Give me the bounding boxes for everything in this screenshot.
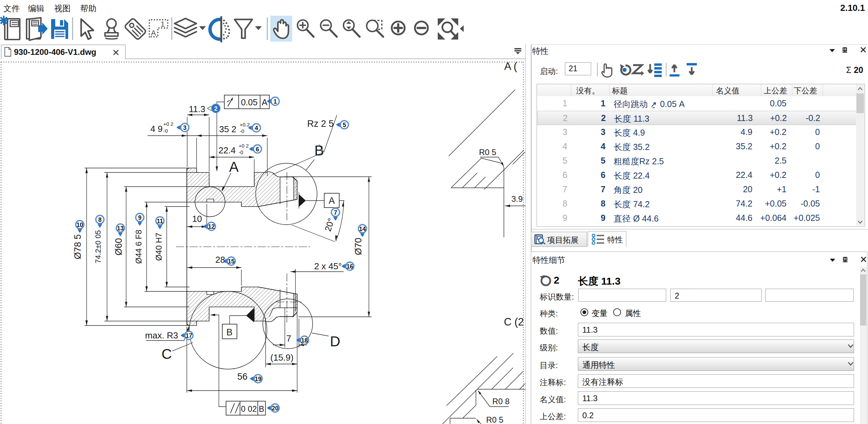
svg-text:14: 14 [359,226,366,232]
svg-text:18: 18 [301,337,308,344]
svg-text:-0: -0 [239,149,243,155]
svg-text:10: 10 [192,214,202,224]
svg-text:B: B [259,404,264,413]
svg-text:Ø78 5: Ø78 5 [73,234,83,259]
svg-text:1: 1 [161,20,165,28]
svg-text:Ø70: Ø70 [353,238,363,255]
svg-text:8: 8 [98,216,102,223]
svg-text:74.2±0 05: 74.2±0 05 [94,230,102,263]
svg-text:C: C [162,346,172,362]
svg-text:+0.2: +0.2 [240,122,250,127]
svg-text:A (: A ( [504,60,518,72]
svg-text:max. R3: max. R3 [145,330,178,340]
svg-text:17: 17 [185,332,192,339]
svg-text:16: 16 [346,263,353,270]
svg-text:20°: 20° [323,217,336,232]
svg-text:2 x 45°: 2 x 45° [314,261,342,271]
svg-text:0 02: 0 02 [241,404,257,413]
svg-text:20: 20 [272,405,279,412]
svg-text:3: 3 [183,124,186,131]
svg-text:7: 7 [334,209,337,216]
svg-text:19: 19 [255,376,261,382]
svg-text:R0 5: R0 5 [486,415,504,424]
svg-text:0.05: 0.05 [241,97,258,107]
svg-text:A: A [262,97,268,107]
svg-text:R0 8: R0 8 [492,397,510,406]
svg-text:B: B [314,142,324,158]
svg-text:9: 9 [138,214,141,221]
svg-text:11.3: 11.3 [189,104,206,114]
svg-text:1: 1 [273,98,277,105]
svg-text:12: 12 [208,223,215,230]
svg-text:-0: -0 [240,128,244,134]
svg-text:Ø40 H7: Ø40 H7 [154,233,163,261]
svg-text:15: 15 [228,258,235,265]
svg-text:11: 11 [157,218,163,225]
svg-text:(15.9): (15.9) [270,352,294,363]
svg-text:A: A [329,196,335,206]
svg-text:C (2: C (2 [504,316,524,328]
svg-text:R0 5: R0 5 [479,148,496,157]
svg-text:7: 7 [286,333,291,344]
svg-text:4 9: 4 9 [150,124,163,134]
svg-text:-0: -0 [163,128,168,134]
svg-text:35 2: 35 2 [219,124,237,134]
svg-text:2: 2 [214,105,218,112]
svg-text:A: A [151,29,156,37]
svg-text:Ø44 6 F8: Ø44 6 F8 [134,230,143,264]
svg-text:4: 4 [255,125,258,132]
svg-text:D: D [330,333,340,349]
svg-text:Ø60: Ø60 [114,238,124,255]
svg-text:56: 56 [237,372,248,382]
svg-text:5: 5 [343,122,346,128]
svg-text:A: A [229,159,239,175]
svg-text:+0 2: +0 2 [163,121,174,127]
svg-text:28: 28 [215,255,225,265]
svg-text:13: 13 [117,225,124,232]
svg-text:Rz 2 5: Rz 2 5 [307,119,334,129]
svg-text:10: 10 [76,222,83,228]
svg-text:6: 6 [256,146,259,153]
svg-text:B: B [226,327,233,337]
svg-text:+0 2: +0 2 [239,143,249,149]
svg-text:3.9: 3.9 [511,194,523,203]
svg-text:22.4: 22.4 [219,145,236,155]
